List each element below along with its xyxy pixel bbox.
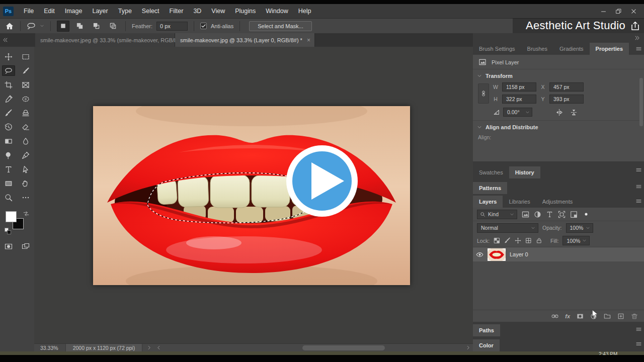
tool-quick-selection[interactable]: [19, 65, 32, 76]
menu-edit[interactable]: Edit: [39, 4, 60, 18]
foreground-color-swatch[interactable]: [6, 211, 17, 222]
flip-vertical-icon[interactable]: [570, 109, 578, 116]
tab-paths[interactable]: Paths: [473, 324, 500, 336]
layer-thumbnail[interactable]: [488, 248, 506, 261]
panel-menu-icon[interactable]: [635, 326, 642, 332]
menu-type[interactable]: Type: [113, 4, 137, 18]
menu-help[interactable]: Help: [293, 4, 316, 18]
canvas-area[interactable]: [34, 47, 473, 343]
tool-eraser[interactable]: [19, 122, 32, 132]
tool-pen[interactable]: [19, 150, 32, 160]
close-button[interactable]: [626, 5, 641, 17]
rotation-input[interactable]: 0.00°: [503, 108, 532, 117]
screen-mode-button[interactable]: [19, 241, 32, 251]
tool-clone-stamp[interactable]: [19, 108, 32, 118]
tool-blur[interactable]: [19, 136, 32, 146]
collapse-dock-icon[interactable]: [634, 35, 640, 41]
y-input[interactable]: 393 px: [549, 95, 584, 104]
menu-image[interactable]: Image: [60, 4, 88, 18]
flip-horizontal-icon[interactable]: [555, 109, 563, 116]
tab-swatches[interactable]: Swatches: [473, 166, 509, 178]
panel-menu-icon[interactable]: [635, 46, 642, 52]
tool-lasso[interactable]: [2, 65, 15, 76]
layer-style-button[interactable]: fx: [565, 313, 570, 319]
tool-spot-healing[interactable]: [19, 94, 32, 104]
transform-section-header[interactable]: Transform: [473, 69, 644, 81]
link-dimensions-button[interactable]: [478, 83, 489, 104]
layer-row-layer-0[interactable]: Layer 0: [473, 247, 644, 261]
lock-transparency-icon[interactable]: [494, 237, 500, 244]
filter-adjustment-layers-icon[interactable]: [534, 211, 541, 218]
panel-menu-icon[interactable]: [635, 341, 642, 347]
menu-filter[interactable]: Filter: [165, 4, 189, 18]
filter-shape-layers-icon[interactable]: [558, 211, 566, 218]
tab-close-button[interactable]: ×: [307, 37, 310, 44]
lock-pixels-icon[interactable]: [504, 237, 511, 244]
tool-rectangle[interactable]: [2, 178, 15, 189]
tool-hand[interactable]: [19, 178, 32, 189]
tool-slice[interactable]: [19, 79, 32, 90]
tab-history[interactable]: History: [509, 166, 540, 178]
height-input[interactable]: 322 px: [502, 95, 536, 104]
document-info[interactable]: 2000 px x 1120 px (72 ppi): [65, 344, 143, 351]
minimize-button[interactable]: [596, 5, 611, 17]
tool-crop[interactable]: [2, 79, 15, 90]
document-tab-1[interactable]: smile-makeover.jpeg @ 33.3% (smile-makeo…: [35, 33, 175, 47]
quick-mask-button[interactable]: [2, 241, 15, 251]
delete-layer-icon[interactable]: [631, 313, 638, 320]
swap-colors-icon[interactable]: [23, 210, 30, 217]
tool-history-brush[interactable]: [2, 122, 15, 132]
add-mask-icon[interactable]: [577, 313, 584, 320]
home-icon[interactable]: [5, 22, 14, 31]
intersect-selection-button[interactable]: [107, 21, 119, 32]
tab-color[interactable]: Color: [473, 339, 500, 351]
panel-menu-icon[interactable]: [635, 183, 642, 190]
x-input[interactable]: 457 px: [549, 82, 584, 92]
filter-smart-objects-icon[interactable]: [570, 211, 578, 218]
scroll-left-icon[interactable]: [156, 345, 162, 350]
menu-layer[interactable]: Layer: [87, 4, 113, 18]
zoom-level[interactable]: 33.33%: [34, 345, 65, 351]
tab-brush-settings[interactable]: Brush Settings: [473, 43, 521, 55]
lock-artboard-icon[interactable]: [525, 237, 532, 244]
fill-dropdown[interactable]: 100%: [562, 236, 590, 245]
tool-eyedropper[interactable]: [2, 94, 15, 104]
link-layers-icon[interactable]: [551, 313, 558, 320]
panel-menu-icon[interactable]: [635, 167, 642, 173]
tool-move[interactable]: [2, 51, 15, 62]
tool-dodge[interactable]: [2, 150, 15, 160]
new-layer-icon[interactable]: [617, 313, 624, 320]
add-to-selection-button[interactable]: [73, 21, 86, 32]
tool-path-selection[interactable]: [19, 164, 32, 174]
tool-zoom[interactable]: [2, 192, 15, 203]
menu-select[interactable]: Select: [137, 4, 165, 18]
tool-more[interactable]: [19, 192, 32, 203]
scrollbar-thumb[interactable]: [302, 345, 385, 350]
layer-visibility-icon[interactable]: [476, 251, 484, 258]
status-menu-chevron-icon[interactable]: [146, 345, 152, 350]
menu-window[interactable]: Window: [261, 4, 293, 18]
document-image[interactable]: [93, 106, 410, 285]
lock-position-icon[interactable]: [515, 237, 521, 244]
properties-scrollbar[interactable]: [639, 78, 643, 126]
menu-plugins[interactable]: Plugins: [230, 4, 261, 18]
opacity-dropdown[interactable]: 100%: [566, 223, 593, 233]
tab-patterns[interactable]: Patterns: [473, 182, 507, 194]
filter-kind-dropdown[interactable]: Kind: [477, 210, 517, 219]
feather-input[interactable]: 0 px: [156, 22, 188, 31]
default-colors-icon[interactable]: [5, 228, 11, 234]
tab-brushes[interactable]: Brushes: [521, 43, 553, 55]
blend-mode-dropdown[interactable]: Normal: [477, 223, 538, 233]
select-and-mask-button[interactable]: Select and Mask...: [249, 21, 312, 31]
tab-gradients[interactable]: Gradients: [553, 43, 590, 55]
menu-3d[interactable]: 3D: [188, 4, 206, 18]
width-input[interactable]: 1158 px: [502, 82, 536, 92]
tab-adjustments[interactable]: Adjustments: [536, 196, 579, 208]
menu-view[interactable]: View: [206, 4, 230, 18]
tool-rectangular-marquee[interactable]: [19, 51, 32, 62]
tab-libraries[interactable]: Libraries: [503, 196, 536, 208]
restore-button[interactable]: [611, 5, 626, 17]
tool-type[interactable]: [2, 164, 15, 174]
filter-type-layers-icon[interactable]: [546, 211, 553, 218]
lasso-tool-preset-icon[interactable]: [27, 22, 36, 31]
